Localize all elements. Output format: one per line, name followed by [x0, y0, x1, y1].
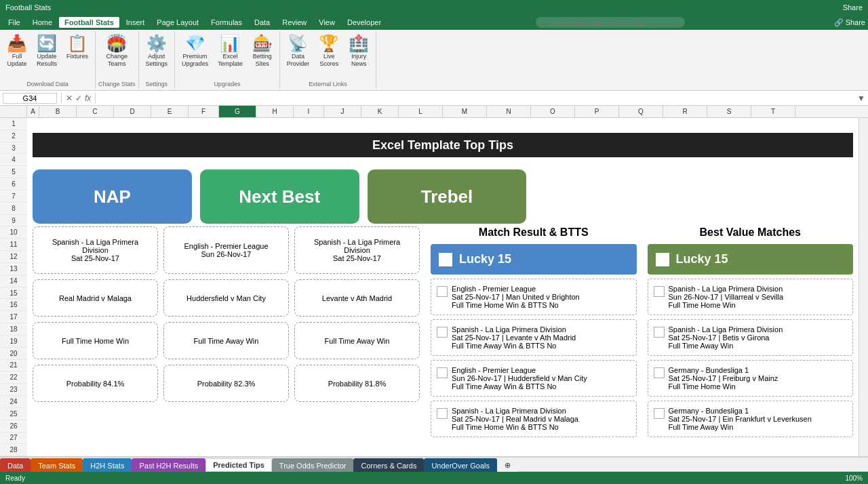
row-num-27[interactable]: 27	[0, 432, 27, 445]
col-header-s[interactable]: S	[707, 106, 751, 117]
fx-cancel-icon[interactable]: ✕	[66, 94, 73, 103]
col-header-k[interactable]: K	[361, 106, 399, 117]
tab-team-stats[interactable]: Team Stats	[31, 458, 83, 472]
row-num-28[interactable]: 28	[0, 444, 27, 456]
betting-sites-btn[interactable]: 🎰 BettingSites	[248, 33, 277, 70]
menu-review[interactable]: Review	[277, 17, 312, 28]
tab-past-h2h[interactable]: Past H2H Results	[132, 458, 205, 472]
col-header-i[interactable]: I	[294, 106, 324, 117]
bv-match-0-checkbox[interactable]	[654, 286, 665, 297]
bv-lucky15-checkbox[interactable]	[656, 253, 669, 266]
row-num-25[interactable]: 25	[0, 408, 27, 420]
row-num-19[interactable]: 19	[0, 336, 27, 348]
menu-insert[interactable]: Insert	[121, 17, 151, 28]
col-header-e[interactable]: E	[151, 106, 189, 117]
full-update-btn[interactable]: 📥 FullUpdate	[3, 33, 31, 70]
share-ribbon-btn[interactable]: 🔗 Share	[834, 18, 865, 27]
tab-predicted-tips[interactable]: Predicted Tips	[205, 458, 272, 472]
col-header-n[interactable]: N	[487, 106, 531, 117]
row-num-14[interactable]: 14	[0, 275, 27, 287]
bv-match-3-checkbox[interactable]	[654, 408, 665, 419]
mr-match-3-checkbox[interactable]	[437, 408, 448, 419]
premium-upgrades-btn[interactable]: 💎 PremiumUpgrades	[178, 33, 212, 70]
mr-lucky15-checkbox[interactable]	[439, 253, 452, 266]
tab-corners-cards[interactable]: Corners & Cards	[353, 458, 424, 472]
row-num-1[interactable]: 1	[0, 118, 27, 130]
formula-expand-icon[interactable]: ▼	[857, 94, 865, 103]
col-header-r[interactable]: R	[663, 106, 707, 117]
live-scores-btn[interactable]: 🏆 LiveScores	[315, 33, 343, 70]
mr-match-0-checkbox[interactable]	[437, 286, 448, 297]
excel-template-btn[interactable]: 📊 ExcelTemplate	[214, 33, 247, 70]
menu-file[interactable]: File	[3, 17, 26, 28]
col-header-a[interactable]: A	[27, 106, 39, 117]
row-num-10[interactable]: 10	[0, 226, 27, 239]
row-num-2[interactable]: 2	[0, 130, 27, 142]
col-header-q[interactable]: Q	[619, 106, 663, 117]
col-header-j[interactable]: J	[324, 106, 361, 117]
col-header-f[interactable]: F	[189, 106, 219, 117]
adjust-settings-btn[interactable]: ⚙️ AdjustSettings	[142, 33, 172, 70]
col-header-g[interactable]: G	[219, 106, 256, 117]
col-header-o[interactable]: O	[531, 106, 575, 117]
update-results-btn[interactable]: 🔄 UpdateResults	[33, 33, 61, 70]
injury-news-btn[interactable]: 🏥 InjuryNews	[344, 33, 373, 70]
tell-input[interactable]	[536, 17, 685, 28]
tab-underover-goals[interactable]: UnderOver Goals	[424, 458, 497, 472]
fx-icon[interactable]: fx	[85, 94, 91, 103]
bv-match-3-text: Germany - Bundesliga 1 Sat 25-Nov-17 | E…	[669, 407, 848, 431]
formula-input[interactable]	[100, 94, 854, 103]
row-num-26[interactable]: 26	[0, 420, 27, 432]
mr-match-2-checkbox[interactable]	[437, 367, 448, 378]
bv-match-2-checkbox[interactable]	[654, 367, 665, 378]
fixtures-btn[interactable]: 📋 Fixtures	[62, 33, 92, 63]
tab-add-sheet[interactable]: ⊕	[497, 458, 518, 472]
menu-football-stats[interactable]: Football Stats	[59, 17, 119, 28]
row-num-4[interactable]: 4	[0, 154, 27, 166]
row-num-5[interactable]: 5	[0, 166, 27, 178]
row-num-12[interactable]: 12	[0, 251, 27, 263]
row-num-15[interactable]: 15	[0, 287, 27, 300]
col-header-b[interactable]: B	[39, 106, 77, 117]
data-provider-btn[interactable]: 📡 DataProvider	[283, 33, 314, 70]
row-num-11[interactable]: 11	[0, 239, 27, 251]
row-num-7[interactable]: 7	[0, 190, 27, 203]
row-num-17[interactable]: 17	[0, 311, 27, 323]
menu-data[interactable]: Data	[249, 17, 275, 28]
fx-confirm-icon[interactable]: ✓	[75, 94, 82, 103]
tab-data[interactable]: Data	[0, 458, 31, 472]
row-num-23[interactable]: 23	[0, 384, 27, 396]
menu-view[interactable]: View	[313, 17, 340, 28]
menu-formulas[interactable]: Formulas	[205, 17, 248, 28]
change-teams-btn[interactable]: 🏟️ ChangeTeams	[102, 33, 132, 70]
row-num-8[interactable]: 8	[0, 203, 27, 215]
row-num-18[interactable]: 18	[0, 323, 27, 336]
col-header-p[interactable]: P	[575, 106, 619, 117]
col-header-m[interactable]: M	[443, 106, 487, 117]
vertical-scrollbar[interactable]	[859, 118, 868, 456]
menu-developer[interactable]: Developer	[342, 17, 387, 28]
col-header-t[interactable]: T	[751, 106, 795, 117]
col-header-d[interactable]: D	[114, 106, 151, 117]
share-button[interactable]: Share	[843, 3, 863, 12]
row-num-20[interactable]: 20	[0, 348, 27, 360]
bv-match-1-checkbox[interactable]	[654, 327, 665, 338]
cell-reference[interactable]: G34	[3, 93, 57, 104]
row-num-21[interactable]: 21	[0, 360, 27, 372]
tab-h2h-stats[interactable]: H2H Stats	[83, 458, 132, 472]
row-num-6[interactable]: 6	[0, 178, 27, 190]
row-num-9[interactable]: 9	[0, 215, 27, 227]
row-num-3[interactable]: 3	[0, 142, 27, 155]
row-num-16[interactable]: 16	[0, 299, 27, 311]
tab-true-odds[interactable]: True Odds Predictor	[272, 458, 354, 472]
row-num-24[interactable]: 24	[0, 396, 27, 408]
row-num-22[interactable]: 22	[0, 371, 27, 384]
row-num-13[interactable]: 13	[0, 263, 27, 275]
col-header-l[interactable]: L	[399, 106, 443, 117]
menu-page-layout[interactable]: Page Layout	[151, 17, 204, 28]
mr-match-1-checkbox[interactable]	[437, 327, 448, 338]
main-grid: Spanish - La Liga Primera Division Sat 2…	[33, 226, 853, 437]
col-header-h[interactable]: H	[256, 106, 294, 117]
menu-home[interactable]: Home	[27, 17, 58, 28]
col-header-c[interactable]: C	[77, 106, 114, 117]
